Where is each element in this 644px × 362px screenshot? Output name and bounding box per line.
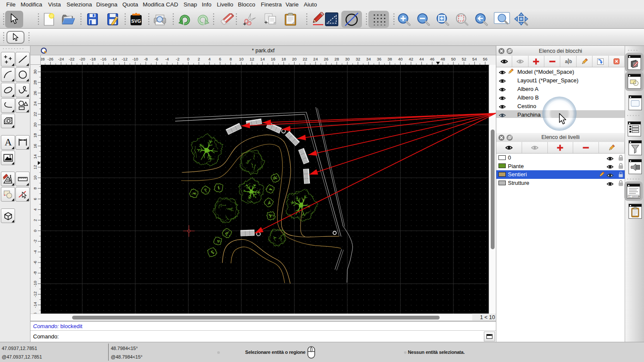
svg-text:SVG: SVG (131, 18, 141, 24)
svg-text:-8: -8 (144, 57, 147, 61)
svg-text:6: 6 (219, 57, 221, 61)
svg-text:2: 2 (33, 219, 37, 221)
svg-text:-2: -2 (176, 57, 179, 61)
svg-text:42: 42 (409, 57, 413, 61)
svg-text:-10: -10 (132, 57, 138, 61)
svg-text:-2: -2 (33, 239, 37, 243)
svg-text:20: 20 (33, 123, 37, 127)
svg-text:40: 40 (398, 57, 403, 61)
svg-text:14: 14 (33, 154, 37, 159)
svg-text:34: 34 (366, 57, 371, 61)
svg-text:-14: -14 (111, 57, 117, 61)
svg-text:56: 56 (483, 57, 488, 61)
svg-text:44: 44 (419, 57, 424, 61)
svg-text:24: 24 (313, 57, 318, 61)
svg-text:-20: -20 (79, 57, 85, 61)
svg-text:10: 10 (33, 175, 37, 180)
svg-text:18: 18 (33, 133, 37, 138)
svg-text:46: 46 (430, 57, 434, 61)
svg-text:20: 20 (292, 57, 297, 61)
svg-text:-16: -16 (33, 313, 37, 314)
svg-text:16: 16 (33, 144, 37, 148)
svg-text:48: 48 (440, 57, 445, 61)
svg-text:-28: -28 (41, 57, 45, 61)
svg-text:54: 54 (472, 57, 477, 61)
svg-text:0: 0 (187, 57, 189, 61)
svg-text:22: 22 (303, 57, 307, 61)
svg-text:-12: -12 (122, 57, 128, 61)
svg-text:12: 12 (249, 57, 254, 61)
svg-text:4: 4 (33, 208, 37, 211)
svg-text:8: 8 (230, 57, 232, 61)
svg-text:-12: -12 (33, 291, 37, 297)
svg-text:-24: -24 (58, 57, 64, 61)
svg-text:6: 6 (33, 198, 37, 200)
svg-text:-14: -14 (33, 302, 37, 308)
svg-text:-4: -4 (165, 57, 169, 61)
svg-text:24: 24 (33, 101, 37, 106)
svg-text:8: 8 (33, 187, 37, 190)
svg-text:52: 52 (462, 57, 466, 61)
svg-text:0: 0 (33, 229, 37, 232)
svg-text:38: 38 (388, 57, 392, 61)
svg-text:-26: -26 (48, 57, 54, 61)
svg-text:-4: -4 (33, 250, 37, 253)
svg-text:22: 22 (33, 112, 37, 117)
svg-text:-8: -8 (33, 272, 37, 275)
svg-text:12: 12 (33, 165, 37, 170)
svg-text:2: 2 (198, 57, 200, 61)
svg-text:28: 28 (33, 80, 37, 85)
svg-text:36: 36 (377, 57, 382, 61)
svg-text:10: 10 (239, 57, 244, 61)
svg-text:32: 32 (355, 57, 360, 61)
svg-text:28: 28 (334, 57, 339, 61)
svg-text:-6: -6 (155, 57, 158, 61)
svg-text:-18: -18 (90, 57, 96, 61)
svg-text:a: a (565, 59, 568, 64)
svg-text:50: 50 (451, 57, 456, 61)
svg-text:-22: -22 (69, 57, 75, 61)
svg-text:b: b (569, 59, 572, 64)
svg-text:C: command: C: command (629, 195, 640, 198)
svg-text:14: 14 (260, 57, 265, 61)
svg-text:26: 26 (33, 91, 37, 96)
svg-text:-10: -10 (33, 281, 37, 287)
svg-text:-6: -6 (33, 261, 37, 264)
svg-text:18: 18 (282, 57, 286, 61)
svg-text:16: 16 (271, 57, 276, 61)
svg-text:4: 4 (208, 57, 210, 61)
svg-text:-16: -16 (100, 57, 106, 61)
svg-text:30: 30 (33, 69, 37, 74)
svg-text:26: 26 (324, 57, 328, 61)
svg-text:30: 30 (345, 57, 350, 61)
